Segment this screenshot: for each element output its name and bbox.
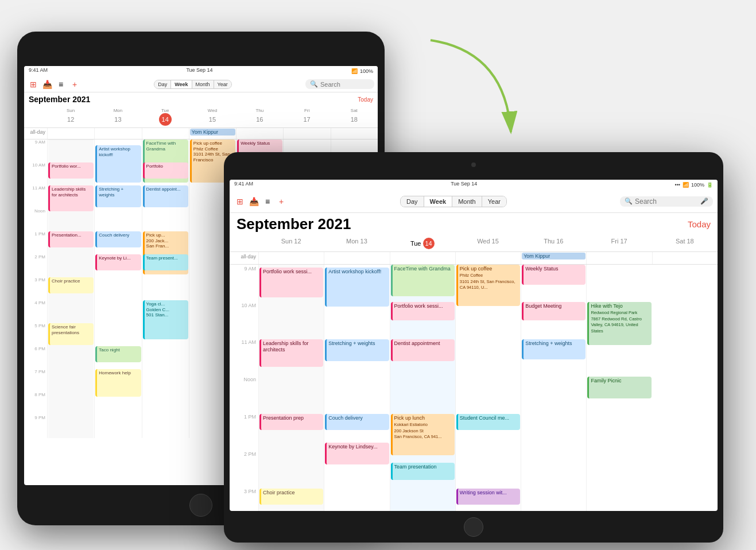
event-couch-small[interactable]: Couch delivery	[95, 231, 141, 247]
grid-icon[interactable]: ⊞	[28, 79, 39, 90]
event-budget-meeting[interactable]: Budget Meeting	[522, 302, 586, 320]
days-header-large: Sun 12 Mon 13 Tue 14 Wed 15 Thu 16 Fri 1…	[230, 235, 718, 252]
event-portfolio-wor[interactable]: Portfolio wor...	[48, 162, 94, 179]
all-day-row-small: all-day Yom Kippur	[24, 128, 378, 140]
event-homework-small[interactable]: Homework help	[95, 369, 141, 397]
event-portfolio-tue[interactable]: Portfolio work sessi...	[391, 302, 455, 320]
event-keynote-small[interactable]: Keynote by Li...	[95, 254, 141, 270]
day-label-sun: Sun12	[47, 106, 94, 127]
event-pickup-coffee-large[interactable]: Pick up coffeePhilz Coffee3101 24th St, …	[456, 265, 520, 306]
date-small: Tue Sep 14	[186, 67, 212, 75]
event-artist-small[interactable]: Artist workshop kickoff!	[95, 145, 141, 183]
day-col-sun-large: Portfolio work sessi... Leadership skill…	[258, 265, 324, 511]
btn-day-small[interactable]: Day	[154, 80, 171, 88]
day-sat-large: Sat 18	[652, 235, 718, 251]
battery-icon: 🔋	[707, 182, 713, 188]
mic-icon[interactable]: 🎤	[700, 197, 708, 205]
search-large[interactable]: 🔍 🎤	[620, 196, 713, 207]
arrow-decoration	[362, 29, 545, 201]
event-couch-large[interactable]: Couch delivery	[325, 414, 389, 430]
event-leadership-small[interactable]: Leadership skills for architects	[48, 185, 94, 211]
event-portfolio-sun[interactable]: Portfolio work sessi...	[259, 268, 323, 297]
cal-body-large: 9 AM 10 AM 11 AM Noon 1 PM 2 PM 3 PM 4 P…	[230, 265, 718, 511]
home-btn-large[interactable]	[464, 517, 483, 537]
event-presentation-small[interactable]: Presentation...	[48, 231, 94, 247]
event-portfolio2-small[interactable]: Portfolio	[143, 162, 188, 179]
search-icon-small: 🔍	[310, 80, 318, 88]
event-weekly-status-large[interactable]: Weekly Status	[522, 265, 586, 285]
time-grid-large: 9 AM 10 AM 11 AM Noon 1 PM 2 PM 3 PM 4 P…	[230, 265, 718, 511]
day-col-thu-large: Weekly Status Budget Meeting Stretching …	[521, 265, 586, 511]
btn-year-small[interactable]: Year	[214, 80, 231, 88]
ipad-large: 9:41 AM Tue Sep 14 ••• 📶 100% 🔋 ⊞ 📥 ≡ +	[224, 152, 723, 543]
inbox-icon-large[interactable]: 📥	[248, 196, 259, 207]
event-keynote-large[interactable]: Keynote by Lindsey...	[325, 443, 389, 464]
day-label-fri: Fri17	[283, 106, 330, 127]
event-facetime-large[interactable]: FaceTime with Grandma	[391, 265, 455, 296]
view-buttons-small: Day Week Month Year	[154, 80, 232, 89]
event-hike-tejo[interactable]: Hike with TejoRedwood Regional Park7867 …	[587, 302, 651, 345]
ipad-large-screen: 9:41 AM Tue Sep 14 ••• 📶 100% 🔋 ⊞ 📥 ≡ +	[230, 180, 718, 511]
list-icon[interactable]: ≡	[55, 79, 67, 90]
toolbar-small: ⊞ 📥 ≡ + Day Week Month Year 🔍	[24, 76, 378, 92]
event-choir-small[interactable]: Choir practice	[48, 277, 94, 293]
day-col-sun-small: Portfolio wor... Leadership skills for a…	[47, 140, 94, 438]
day-tue-large: Tue 14	[390, 235, 455, 251]
yom-kippur-event-small[interactable]: Yom Kippur	[190, 129, 235, 135]
home-btn-small[interactable]	[189, 494, 212, 517]
event-family-picnic[interactable]: Family Picnic	[587, 377, 651, 398]
add-icon-large[interactable]: +	[276, 196, 287, 207]
day-col-mon-small: Artist workshop kickoff! Stretching + we…	[94, 140, 141, 438]
search-input-large[interactable]	[635, 197, 698, 206]
grid-icon-large[interactable]: ⊞	[234, 196, 246, 207]
day-label-mon: Mon13	[94, 106, 141, 127]
day-fri-large: Fri 17	[586, 235, 652, 251]
time-header-spacer	[24, 106, 47, 127]
event-stretching-thu[interactable]: Stretching + weights	[522, 339, 586, 359]
event-stretching-mon-small[interactable]: Stretching + weights	[95, 185, 141, 207]
yom-kippur-large[interactable]: Yom Kippur	[522, 253, 586, 259]
wifi-icon-small: 📶	[351, 68, 358, 74]
event-writing-session[interactable]: Writing session wit...	[456, 489, 520, 505]
btn-month-small[interactable]: Month	[192, 80, 214, 88]
inbox-icon[interactable]: 📥	[41, 79, 53, 90]
month-header-small: September 2021 Today	[24, 92, 378, 106]
event-stretching-mon-large[interactable]: Stretching + weights	[325, 339, 389, 361]
event-presentation-sun[interactable]: Presentation prep	[259, 414, 323, 430]
battery-large: 100%	[691, 182, 704, 188]
event-leadership-sun[interactable]: Leadership skills for architects	[259, 339, 323, 367]
event-yoga-small[interactable]: Yoga cl...Golden C...501 Stan...	[143, 300, 188, 339]
month-header-large: September 2021 Today	[230, 213, 718, 235]
time-labels-col: 9 AM 10 AM 11 AM Noon 1 PM 2 PM 3 PM 4 P…	[24, 140, 47, 438]
event-dentist-small[interactable]: Dentist appoint...	[143, 185, 188, 207]
event-dentist-large[interactable]: Dentist appointment	[391, 339, 455, 361]
event-artist-large[interactable]: Artist workshop kickoff!	[325, 268, 389, 307]
event-pickup-lunch[interactable]: Pick up lunchKokkari Estiatorio200 Jacks…	[391, 414, 455, 455]
event-science-small[interactable]: Science fair presentations	[48, 323, 94, 345]
day-col-tue-small: FaceTime with Grandma Portfolio Dentist …	[142, 140, 189, 438]
day-col-wed-large: Pick up coffeePhilz Coffee3101 24th St, …	[455, 265, 521, 511]
event-team-large[interactable]: Team presentation	[391, 463, 455, 480]
days-header-small: Sun12 Mon13 Tue14 Wed15 Thu16 Fri17 Sat1…	[24, 106, 378, 128]
time-large: 9:41 AM	[234, 181, 253, 189]
day-col-mon-large: Artist workshop kickoff! Stretching + we…	[324, 265, 389, 511]
time-small: 9:41 AM	[29, 67, 48, 75]
list-icon-large[interactable]: ≡	[262, 196, 273, 207]
event-team-small[interactable]: Team present...	[143, 254, 188, 270]
month-title-small: September 2021	[29, 95, 90, 104]
day-col-fri-large: Hike with TejoRedwood Regional Park7867 …	[586, 265, 652, 511]
event-student-council[interactable]: Student Council me...	[456, 414, 520, 430]
calendar-large: 9:41 AM Tue Sep 14 ••• 📶 100% 🔋 ⊞ 📥 ≡ +	[230, 180, 718, 511]
add-icon[interactable]: +	[69, 79, 80, 90]
search-input-small[interactable]	[320, 81, 366, 88]
status-bar-small: 9:41 AM Tue Sep 14 📶 100%	[24, 66, 378, 76]
all-day-row-large: all-day Yom Kippur	[230, 252, 718, 265]
wifi-icon-large: 📶	[683, 182, 689, 188]
event-choir-sun[interactable]: Choir practice	[259, 489, 323, 505]
today-btn-large[interactable]: Today	[688, 219, 711, 229]
day-label-tue: Tue14	[142, 106, 189, 127]
btn-week-small[interactable]: Week	[171, 80, 192, 88]
day-col-tue-large: FaceTime with Grandma Portfolio work ses…	[390, 265, 455, 511]
day-sun-large: Sun 12	[258, 235, 324, 251]
event-taco-small[interactable]: Taco night	[95, 346, 141, 362]
